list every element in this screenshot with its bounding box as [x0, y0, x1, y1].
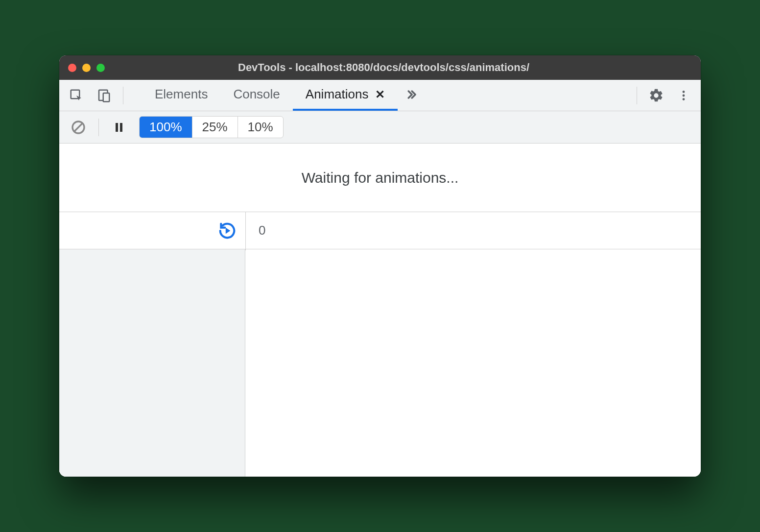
tab-elements[interactable]: Elements	[142, 80, 220, 111]
timeline-sidebar	[59, 249, 245, 477]
divider	[123, 87, 123, 104]
timeline-header: 0	[59, 212, 701, 249]
svg-rect-9	[120, 123, 122, 132]
playback-speed-toggle: 100% 25% 10%	[139, 116, 284, 138]
inspect-element-icon[interactable]	[68, 87, 85, 104]
speed-100[interactable]: 100%	[140, 117, 192, 138]
devtools-window: DevTools - localhost:8080/docs/devtools/…	[59, 55, 701, 477]
clear-button[interactable]	[70, 119, 87, 136]
settings-button[interactable]	[648, 87, 665, 104]
waiting-message: Waiting for animations...	[59, 144, 701, 212]
more-button[interactable]	[675, 87, 692, 104]
gear-icon	[648, 88, 664, 103]
replay-button[interactable]	[219, 222, 236, 239]
svg-marker-10	[226, 227, 231, 234]
pause-icon	[113, 121, 125, 133]
close-window-button[interactable]	[68, 64, 76, 72]
traffic-lights	[68, 64, 105, 72]
tab-label: Console	[233, 87, 280, 102]
svg-rect-2	[103, 93, 110, 102]
speed-25[interactable]: 25%	[192, 117, 238, 138]
maximize-window-button[interactable]	[96, 64, 105, 72]
timeline-start-label: 0	[245, 212, 701, 249]
svg-line-7	[74, 123, 82, 131]
device-toolbar-icon[interactable]	[95, 87, 112, 104]
svg-point-4	[683, 94, 685, 97]
svg-point-3	[683, 91, 685, 93]
minimize-window-button[interactable]	[82, 64, 91, 72]
titlebar[interactable]: DevTools - localhost:8080/docs/devtools/…	[59, 55, 701, 80]
speed-10[interactable]: 10%	[238, 117, 283, 138]
tab-console[interactable]: Console	[220, 80, 292, 111]
divider	[98, 119, 99, 136]
tab-label: Elements	[155, 87, 208, 102]
close-icon[interactable]: ✕	[375, 88, 385, 101]
main-tabstrip: Elements Console Animations ✕	[59, 80, 701, 111]
timeline-canvas[interactable]	[245, 249, 701, 477]
animations-toolbar: 100% 25% 10%	[59, 111, 701, 144]
window-title: DevTools - localhost:8080/docs/devtools/…	[115, 61, 653, 74]
clear-icon	[71, 120, 86, 135]
more-vertical-icon	[677, 89, 690, 102]
tab-label: Animations	[306, 87, 369, 102]
replay-icon	[218, 221, 237, 240]
tab-overflow-button[interactable]	[398, 80, 425, 111]
svg-point-5	[683, 98, 685, 100]
svg-rect-8	[116, 123, 118, 132]
timeline-body	[59, 249, 701, 477]
pause-button[interactable]	[111, 119, 127, 136]
tab-animations[interactable]: Animations ✕	[293, 80, 398, 111]
divider	[637, 87, 637, 104]
chevrons-right-icon	[404, 88, 418, 101]
